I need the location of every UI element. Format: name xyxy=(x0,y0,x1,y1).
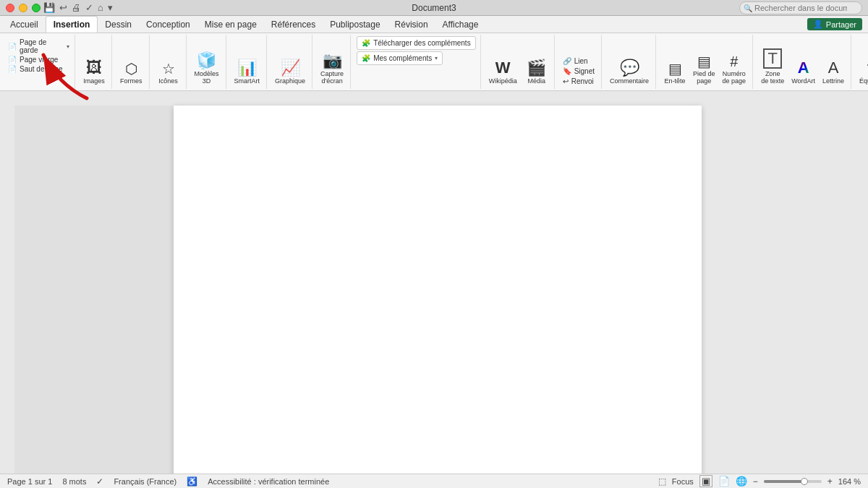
tab-conception[interactable]: Conception xyxy=(139,16,197,33)
tab-revision[interactable]: Révision xyxy=(388,16,435,33)
equation-label: Équation xyxy=(859,77,868,85)
search-container: 🔍 xyxy=(739,1,862,14)
tab-references[interactable]: Références xyxy=(264,16,323,33)
search-input[interactable] xyxy=(739,1,862,14)
lien-label: Lien xyxy=(574,57,588,65)
dropdown-arrow: ▾ xyxy=(67,43,69,50)
commentaire-button[interactable]: 💬 Commentaire xyxy=(608,59,651,86)
view-print-icon[interactable]: 📄 xyxy=(718,476,730,487)
left-sidebar xyxy=(14,106,174,474)
group-modeles3d: 🧊 Modèles 3D xyxy=(188,35,226,89)
zoom-slider[interactable] xyxy=(764,480,822,483)
focus-label: Focus xyxy=(672,477,694,486)
formes-icon: ⬡ xyxy=(125,61,137,76)
images-label: Images xyxy=(83,77,105,85)
focus-icon: ⬚ xyxy=(658,476,666,487)
icones-button[interactable]: ☆ Icônes xyxy=(156,60,182,86)
zoom-in-icon[interactable]: + xyxy=(827,476,833,487)
group-entete-pied: ▤ En-tête ▤ Pied de page # Numéro de pag… xyxy=(658,35,753,89)
wordart-label: WordArt xyxy=(791,77,815,85)
lien-icon: 🔗 xyxy=(563,57,571,65)
status-right: ⬚ Focus ▣ 📄 🌐 − + 164 % xyxy=(658,475,861,487)
ribbon-toolbar: 📄 Page de garde ▾ 📄 Page vierge 📄 Saut d… xyxy=(0,33,868,91)
smartart-button[interactable]: 📊 SmartArt xyxy=(232,59,263,86)
tab-affichage[interactable]: Affichage xyxy=(435,16,486,33)
group-images: 🖼 Images xyxy=(77,35,112,89)
zoom-out-icon[interactable]: − xyxy=(753,476,758,487)
more-icon[interactable]: ▾ xyxy=(108,2,113,13)
right-margin xyxy=(702,106,854,474)
zoom-track xyxy=(764,480,804,483)
group-symboles: π Équation Ω Symbole avancé xyxy=(853,35,868,89)
lettrine-label: Lettrine xyxy=(822,77,844,85)
view-web-icon[interactable]: 🌐 xyxy=(736,476,747,487)
pied-de-page-button[interactable]: ▤ Pied de page xyxy=(691,53,718,86)
group-media: W Wikipédia 🎬 Média xyxy=(482,35,555,89)
media-button[interactable]: 🎬 Média xyxy=(524,59,550,86)
status-bar: Page 1 sur 1 8 mots ✓ Français (France) … xyxy=(0,474,868,488)
document-page[interactable] xyxy=(174,106,702,481)
maximize-button[interactable] xyxy=(32,4,41,12)
save-icon[interactable]: 💾 xyxy=(43,2,55,13)
page-info: Page 1 sur 1 xyxy=(7,477,52,486)
close-button[interactable] xyxy=(6,4,14,12)
mes-complements-button[interactable]: 🧩 Mes compléments ▾ xyxy=(357,51,443,65)
document-title: Document3 xyxy=(412,3,456,13)
smartart-icon: 📊 xyxy=(237,60,257,76)
formes-button[interactable]: ⬡ Formes xyxy=(118,60,145,86)
undo-icon[interactable]: ↩ xyxy=(59,2,67,13)
zone-texte-icon: T xyxy=(763,48,781,69)
tab-publipostage[interactable]: Publipostage xyxy=(323,16,387,33)
pages-section: 📄 Page de garde ▾ 📄 Page vierge 📄 Saut d… xyxy=(3,35,75,89)
group-liens: 🔗 Lien 🔖 Signet ↩ Renvoi xyxy=(556,35,602,89)
wikipedia-button[interactable]: W Wikipédia xyxy=(487,59,519,86)
lettrine-icon: A xyxy=(828,60,839,76)
zone-texte-button[interactable]: T Zone de texte xyxy=(759,47,786,86)
pied-label: Pied de page xyxy=(693,70,715,85)
tab-mise-en-page[interactable]: Mise en page xyxy=(197,16,264,33)
capture-icon: 📷 xyxy=(323,53,342,69)
home-icon[interactable]: ⌂ xyxy=(98,2,103,13)
minimize-button[interactable] xyxy=(19,4,27,12)
mes-complements-label: Mes compléments xyxy=(373,54,432,62)
capture-button[interactable]: 📷 Capture d'écran xyxy=(318,51,346,86)
tab-insertion[interactable]: Insertion xyxy=(46,16,98,33)
group-commentaire: 💬 Commentaire xyxy=(603,35,656,89)
saut-de-page-item[interactable]: 📄 Saut de page xyxy=(6,64,72,74)
images-button[interactable]: 🖼 Images xyxy=(81,59,107,86)
entete-button[interactable]: ▤ En-tête xyxy=(662,60,688,86)
title-bar-left-icons: 💾 ↩ 🖨 ✓ ⌂ ▾ xyxy=(43,2,113,13)
telecharger-label: Télécharger des compléments xyxy=(373,39,471,47)
tab-accueil[interactable]: Accueil xyxy=(3,16,46,33)
numero-de-page-button[interactable]: # Numéro de page xyxy=(720,53,749,86)
page-vierge-item[interactable]: 📄 Page vierge xyxy=(6,55,72,64)
graphique-label: Graphique xyxy=(275,77,305,85)
nav-right: 👤 Partager xyxy=(807,16,868,33)
wordart-button[interactable]: A WordArt xyxy=(789,59,817,86)
renvoi-item[interactable]: ↩ Renvoi xyxy=(561,77,597,86)
modeles3d-button[interactable]: 🧊 Modèles 3D xyxy=(192,51,221,86)
tab-dessin[interactable]: Dessin xyxy=(98,16,139,33)
lettrine-button[interactable]: A Lettrine xyxy=(820,59,846,86)
telecharger-complements-button[interactable]: 🧩 Télécharger des compléments xyxy=(357,36,476,50)
smartart-label: SmartArt xyxy=(234,77,260,85)
page-icon: 📄 xyxy=(8,43,17,51)
group-texte: T Zone de texte A WordArt A Lettrine xyxy=(754,35,851,89)
partager-button[interactable]: 👤 Partager xyxy=(807,18,862,30)
puzzle-icon: 🧩 xyxy=(362,39,370,47)
page-de-garde-item[interactable]: 📄 Page de garde ▾ xyxy=(6,38,72,55)
page-de-garde-label: Page de garde xyxy=(20,38,64,54)
saut-icon: 📄 xyxy=(8,65,17,73)
word-count: 8 mots xyxy=(62,477,86,486)
graphique-icon: 📈 xyxy=(281,60,300,76)
print-icon[interactable]: 🖨 xyxy=(72,2,81,13)
view-normal-icon[interactable]: ▣ xyxy=(699,475,712,487)
signet-item[interactable]: 🔖 Signet xyxy=(561,67,597,76)
checkmark-icon[interactable]: ✓ xyxy=(85,2,93,13)
group-capture: 📷 Capture d'écran xyxy=(314,35,351,89)
entete-label: En-tête xyxy=(665,77,686,85)
equation-button[interactable]: π Équation xyxy=(857,59,868,86)
lien-item[interactable]: 🔗 Lien xyxy=(561,56,597,66)
zone-texte-label: Zone de texte xyxy=(761,70,784,85)
graphique-button[interactable]: 📈 Graphique xyxy=(273,59,307,86)
